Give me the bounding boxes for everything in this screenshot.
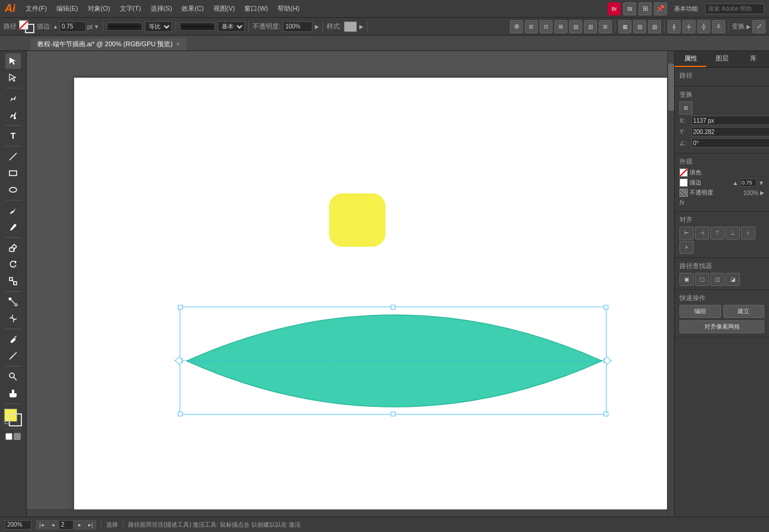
menu-object[interactable]: 对象(O) bbox=[84, 3, 114, 14]
opacity-arrow[interactable]: ▶ bbox=[315, 24, 319, 30]
bridge-icon[interactable]: Br bbox=[608, 2, 621, 15]
last-page-btn[interactable]: ▸| bbox=[85, 520, 96, 530]
pathfinder-exclude[interactable]: ◪ bbox=[726, 273, 740, 286]
rect-tool[interactable] bbox=[5, 165, 21, 181]
menu-help[interactable]: 帮助(H) bbox=[273, 3, 304, 14]
stroke-down-arrow[interactable]: ▼ bbox=[94, 24, 99, 30]
direct-selection-tool[interactable] bbox=[5, 70, 21, 85]
search-input[interactable] bbox=[705, 4, 764, 14]
graph3-icon[interactable]: ╬ bbox=[697, 20, 710, 33]
scale-tool[interactable] bbox=[5, 273, 21, 289]
pen-tool[interactable] bbox=[5, 91, 21, 106]
stroke-style-preview[interactable] bbox=[180, 23, 215, 31]
handle-bot-left[interactable] bbox=[178, 412, 183, 416]
selection-tool[interactable] bbox=[5, 53, 21, 69]
graph4-icon[interactable]: ╩ bbox=[712, 20, 725, 33]
none-color[interactable]: ⇆ bbox=[3, 418, 11, 426]
link-btn[interactable]: ⊞ bbox=[679, 101, 693, 114]
align-h-icon[interactable]: ▤ bbox=[569, 20, 582, 33]
style-preview[interactable] bbox=[344, 21, 357, 32]
opacity-input[interactable] bbox=[283, 21, 312, 32]
menu-view[interactable]: 视图(V) bbox=[209, 3, 240, 14]
graph-icon[interactable]: ╫ bbox=[668, 20, 681, 33]
stroke-panel-down[interactable]: ▼ bbox=[758, 180, 764, 186]
tab-layers[interactable]: 图层 bbox=[706, 51, 738, 67]
build-btn[interactable]: 建立 bbox=[723, 305, 765, 318]
rotate-tool[interactable] bbox=[5, 257, 21, 272]
angle-input[interactable] bbox=[691, 138, 769, 148]
expand-icon[interactable]: ⤢ bbox=[752, 20, 765, 33]
zoom-input[interactable] bbox=[5, 520, 31, 530]
document-tab[interactable]: 教程-端午节插画.ai* @ 200% (RGB/GPU 预览) × bbox=[30, 37, 187, 50]
type-tool[interactable]: T bbox=[5, 128, 21, 144]
stroke-width-input[interactable] bbox=[59, 21, 86, 32]
stroke-up-arrow[interactable]: ▲ bbox=[53, 24, 58, 30]
pencil-tool[interactable] bbox=[5, 219, 21, 235]
mesh-tool[interactable] bbox=[5, 311, 21, 326]
align-pixel-btn[interactable]: 对齐像素网格 bbox=[679, 320, 764, 333]
stroke-preview[interactable] bbox=[107, 23, 142, 31]
group-btn[interactable]: 编组 bbox=[679, 305, 721, 318]
x-input[interactable] bbox=[691, 116, 769, 125]
align-corners-icon[interactable]: ⊞ bbox=[525, 20, 538, 33]
menu-text[interactable]: 文字(T) bbox=[116, 3, 145, 14]
handle-top-left[interactable] bbox=[178, 305, 183, 310]
pin-icon[interactable]: 📌 bbox=[654, 2, 667, 15]
pathfinder-unite[interactable]: ▣ bbox=[679, 273, 694, 286]
hand-tool[interactable] bbox=[5, 386, 21, 401]
color-boxes[interactable]: ⇆ bbox=[3, 409, 23, 426]
align-icon[interactable]: ⊟ bbox=[540, 20, 553, 33]
graph2-icon[interactable]: ╪ bbox=[682, 20, 695, 33]
menu-effect[interactable]: 效果(C) bbox=[177, 3, 208, 14]
fill-swatch-x[interactable] bbox=[679, 168, 688, 177]
zoom-tool[interactable] bbox=[5, 369, 21, 384]
transform-arrow[interactable]: ▶ bbox=[746, 24, 751, 30]
anchor-left[interactable] bbox=[175, 356, 183, 365]
distribute-icon[interactable]: ⊠ bbox=[554, 20, 567, 33]
chart2-icon[interactable]: ▧ bbox=[633, 20, 646, 33]
tab-close-btn[interactable]: × bbox=[176, 41, 180, 47]
stroke-swatch-white[interactable] bbox=[679, 179, 688, 187]
globe-icon[interactable]: ⊕ bbox=[510, 20, 523, 33]
menu-edit[interactable]: 编辑(E) bbox=[52, 3, 82, 14]
menu-select[interactable]: 选择(S) bbox=[146, 3, 177, 14]
menu-window[interactable]: 窗口(W) bbox=[240, 3, 272, 14]
blend-tool[interactable] bbox=[5, 294, 21, 310]
artwork-screen[interactable] bbox=[14, 433, 21, 440]
distribute2-icon[interactable]: ▥ bbox=[584, 20, 597, 33]
menu-file[interactable]: 文件(F) bbox=[21, 3, 51, 14]
stroke-style-select[interactable]: 基本 bbox=[218, 21, 245, 32]
vertical-scrollbar[interactable] bbox=[667, 51, 674, 517]
horizontal-scrollbar[interactable] bbox=[27, 509, 667, 517]
next-page-btn[interactable]: ▸ bbox=[74, 520, 85, 530]
tab-properties[interactable]: 属性 bbox=[675, 51, 706, 67]
eraser-tool[interactable] bbox=[5, 240, 21, 256]
paintbrush-tool[interactable] bbox=[5, 203, 21, 218]
pathfinder-intersect[interactable]: ◫ bbox=[710, 273, 725, 286]
page-input[interactable] bbox=[59, 520, 74, 530]
opacity-panel-arrow[interactable]: ▶ bbox=[760, 190, 764, 196]
prev-page-btn[interactable]: ◂ bbox=[47, 520, 58, 530]
handle-mid-left[interactable] bbox=[178, 358, 183, 363]
align-right-btn[interactable]: ⊤ bbox=[710, 227, 725, 240]
fill-stroke-indicator[interactable] bbox=[19, 20, 34, 33]
stroke-panel-input[interactable] bbox=[740, 179, 757, 187]
tab-library[interactable]: 库 bbox=[738, 51, 769, 67]
add-anchor-tool[interactable] bbox=[5, 107, 21, 123]
chart-icon[interactable]: ▦ bbox=[618, 20, 631, 33]
first-page-btn[interactable]: |◂ bbox=[36, 520, 47, 530]
stroke-swatch[interactable] bbox=[25, 24, 34, 33]
normal-screen[interactable] bbox=[5, 433, 12, 440]
eyedropper-tool[interactable] bbox=[5, 332, 21, 347]
align-center-btn[interactable]: ⊣ bbox=[695, 227, 709, 240]
y-input[interactable] bbox=[691, 127, 769, 136]
style-arrow[interactable]: ▶ bbox=[359, 24, 363, 30]
chart3-icon[interactable]: ▨ bbox=[648, 20, 661, 33]
ellipse-tool[interactable] bbox=[5, 182, 21, 197]
align-middle-btn[interactable]: ⊦ bbox=[741, 227, 755, 240]
align-left-btn[interactable]: ⊢ bbox=[679, 227, 694, 240]
align-bottom-btn[interactable]: ⊧ bbox=[679, 241, 694, 254]
v-scroll-thumb[interactable] bbox=[668, 63, 674, 111]
fx-label[interactable]: fx bbox=[679, 199, 685, 206]
stroke-type-select[interactable]: 等比 bbox=[145, 21, 172, 32]
